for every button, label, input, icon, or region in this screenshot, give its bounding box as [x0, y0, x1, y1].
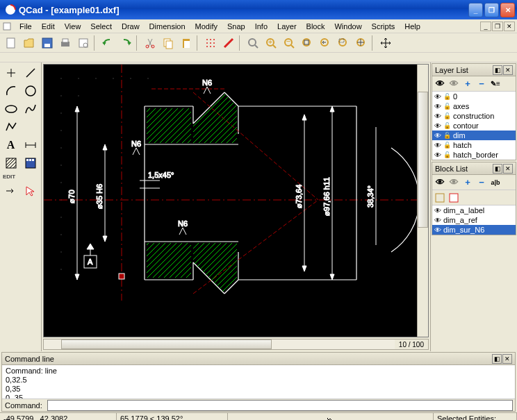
menu-modify[interactable]: Modify — [190, 21, 222, 32]
add-layer-icon[interactable]: + — [461, 78, 474, 90]
menu-layer[interactable]: Layer — [272, 21, 302, 32]
draft-icon[interactable] — [220, 35, 237, 51]
edit-layer-icon[interactable]: ✎≡ — [489, 78, 502, 90]
hide-all-layers-icon[interactable]: 👁 — [448, 78, 460, 90]
drawing-canvas[interactable]: ⌀70 ⌀35 H6 ⌀73,64 ⌀97,66 h11 38,34° 1,5x… — [43, 64, 429, 337]
open-icon[interactable] — [21, 35, 38, 51]
arc-tool-icon[interactable] — [1, 82, 20, 99]
command-input[interactable] — [47, 400, 513, 411]
zoom-out-icon[interactable]: − — [281, 35, 297, 51]
hide-all-blocks-icon[interactable]: 👁 — [448, 176, 460, 189]
minimize-button[interactable]: _ — [468, 3, 483, 17]
edit-section-label: EDIT — [1, 172, 40, 181]
panel-close-icon[interactable]: ✕ — [502, 354, 512, 364]
svg-marker-124 — [87, 244, 94, 249]
block-item[interactable]: 👁dim_a_label — [432, 205, 516, 215]
svg-text:⌀97,66 h11: ⌀97,66 h11 — [322, 177, 331, 216]
zoom-auto-icon[interactable] — [299, 35, 315, 51]
zoom-redraw-icon[interactable] — [245, 35, 261, 51]
svg-rect-128 — [119, 274, 124, 279]
move-icon[interactable] — [377, 35, 394, 51]
lock-icon: 🔓 — [443, 122, 451, 129]
edit-block-icon[interactable] — [434, 192, 446, 204]
doc-close-button[interactable]: ✕ — [504, 22, 515, 31]
block-name: dim_a_ref — [443, 216, 477, 224]
command-prompt-label: Command: — [2, 401, 45, 410]
cut-icon[interactable] — [142, 35, 158, 51]
panel-undock-icon[interactable]: ◧ — [493, 164, 502, 174]
print-icon[interactable] — [57, 35, 74, 51]
panel-close-icon[interactable]: ✕ — [503, 164, 513, 174]
dimension-tool-icon[interactable] — [21, 136, 40, 153]
svg-point-70 — [60, 217, 61, 217]
select-tool-icon[interactable] — [21, 182, 40, 199]
insert-block-icon[interactable] — [448, 192, 460, 204]
layer-item[interactable]: 👁🔓hatch — [432, 140, 516, 150]
history-line: Command: line — [6, 367, 511, 376]
menu-file[interactable]: File — [15, 21, 37, 32]
save-icon[interactable] — [39, 35, 56, 51]
zoom-window-icon[interactable] — [335, 35, 352, 51]
svg-marker-110 — [302, 266, 306, 271]
menu-snap[interactable]: Snap — [222, 21, 250, 32]
redo-icon[interactable] — [117, 35, 134, 51]
layer-item[interactable]: 👁🔓0 — [432, 92, 516, 101]
zoom-prev-icon[interactable] — [317, 35, 334, 51]
circle-tool-icon[interactable] — [21, 82, 40, 99]
paste-icon[interactable] — [178, 35, 195, 51]
remove-layer-icon[interactable]: − — [475, 78, 488, 90]
menu-draw[interactable]: Draw — [117, 21, 145, 32]
vertical-scrollbar[interactable] — [417, 65, 428, 337]
svg-point-17 — [213, 39, 215, 40]
undo-icon[interactable] — [99, 35, 116, 51]
polyline-tool-icon[interactable] — [1, 118, 20, 135]
line-tool-icon[interactable] — [21, 64, 40, 81]
menu-window[interactable]: Window — [329, 21, 366, 32]
copy-icon[interactable] — [160, 35, 177, 51]
zoom-in-icon[interactable]: + — [263, 35, 279, 51]
menu-select[interactable]: Select — [85, 21, 117, 32]
hatch-tool-icon[interactable] — [1, 154, 20, 171]
text-tool-icon[interactable]: A — [1, 136, 20, 153]
doc-restore-button[interactable]: ❐ — [492, 22, 503, 31]
close-button[interactable]: ✕ — [500, 3, 515, 17]
menu-info[interactable]: Info — [250, 21, 272, 32]
layer-item[interactable]: 👁🔓axes — [432, 101, 516, 111]
ellipse-tool-icon[interactable] — [1, 100, 20, 117]
menu-edit[interactable]: Edit — [37, 21, 60, 32]
menu-scripts[interactable]: Scripts — [367, 21, 400, 32]
doc-minimize-button[interactable]: _ — [480, 22, 491, 31]
show-all-layers-icon[interactable]: 👁 — [434, 78, 446, 90]
panel-close-icon[interactable]: ✕ — [503, 65, 513, 75]
horizontal-scrollbar[interactable]: 10 / 100 — [43, 339, 429, 350]
separator — [136, 35, 140, 51]
panel-undock-icon[interactable]: ◧ — [492, 354, 502, 364]
maximize-button[interactable]: ❐ — [484, 3, 499, 17]
grid-icon[interactable] — [202, 35, 219, 51]
svg-rect-54 — [29, 159, 31, 161]
back-tool-icon[interactable] — [1, 182, 20, 199]
menu-help[interactable]: Help — [400, 21, 425, 32]
point-tool-icon[interactable] — [1, 64, 20, 81]
menu-dimension[interactable]: Dimension — [145, 21, 190, 32]
menu-block[interactable]: Block — [302, 21, 330, 32]
show-all-blocks-icon[interactable]: 👁 — [434, 176, 446, 189]
layer-item[interactable]: 👁🔓dim — [432, 131, 516, 140]
layer-item[interactable]: 👁🔓construction — [432, 111, 516, 121]
zoom-pan-icon[interactable] — [353, 35, 370, 51]
svg-point-68 — [60, 182, 61, 183]
add-block-icon[interactable]: + — [461, 176, 474, 189]
spline-tool-icon[interactable] — [21, 100, 40, 117]
svg-line-25 — [255, 45, 258, 48]
image-tool-icon[interactable] — [21, 154, 40, 171]
remove-block-icon[interactable]: − — [475, 176, 488, 189]
block-item[interactable]: 👁dim_a_ref — [432, 215, 516, 225]
print-preview-icon[interactable] — [75, 35, 92, 51]
layer-item[interactable]: 👁🔓hatch_border — [432, 150, 516, 160]
panel-undock-icon[interactable]: ◧ — [493, 65, 502, 75]
layer-item[interactable]: 👁🔓contour — [432, 121, 516, 131]
rename-block-icon[interactable]: a|b — [489, 176, 502, 189]
new-icon[interactable] — [3, 35, 19, 51]
menu-view[interactable]: View — [60, 21, 86, 32]
block-item[interactable]: 👁dim_sur_N6 — [432, 225, 516, 235]
